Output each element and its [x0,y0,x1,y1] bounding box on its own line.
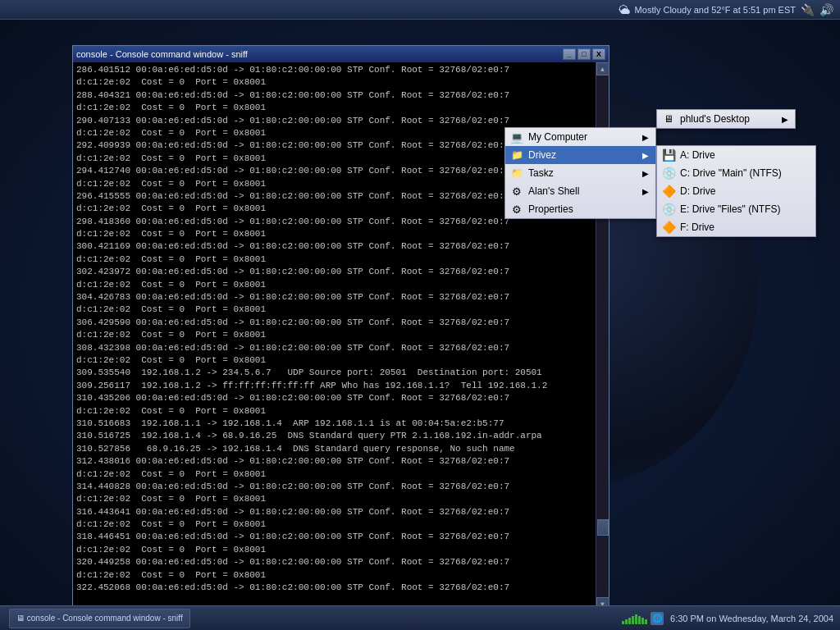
menu-item-d-drive[interactable]: 🔶 D: Drive [657,182,815,200]
d-drive-icon: 🔶 [662,185,675,198]
menu-item-a-drive[interactable]: 💾 A: Drive [657,146,815,164]
e-drive-label: E: Drive "Files" (NTFS) [680,203,781,215]
properties-icon: ⚙ [510,203,523,216]
c-drive-label: C: Drive "Main" (NTFS) [680,167,782,179]
vol-bar-6 [638,616,641,624]
menu-item-drivez[interactable]: 📁 Drivez ▶ [505,146,655,164]
f-drive-label: F: Drive [680,221,714,233]
minimize-button[interactable]: _ [563,48,576,60]
vol-bar-7 [641,618,644,624]
menu-item-alans-shell[interactable]: ⚙ Alan's Shell ▶ [505,182,655,200]
console-window-controls: _ □ X [563,48,605,60]
taskz-arrow: ▶ [642,169,649,178]
menu-item-taskz[interactable]: 📁 Taskz ▶ [505,164,655,182]
topbar-icon-2: 🔊 [819,3,833,16]
taskz-label: Taskz [528,167,554,179]
close-button[interactable]: X [592,48,605,60]
shell-icon: ⚙ [510,185,523,198]
drivez-icon: 📁 [510,148,523,162]
a-drive-icon: 💾 [662,148,675,162]
menu-item-my-computer[interactable]: 💻 My Computer ▶ [505,128,655,146]
weather-icon: 🌥 [619,3,630,16]
topbar-icon-1: 🔌 [801,3,815,16]
alans-shell-label: Alan's Shell [528,185,579,197]
console-titlebar: console - Console command window - sniff… [73,46,609,62]
vol-bar-5 [635,614,637,624]
taskbar-window-button[interactable]: 🖥 console - Console command window - sni… [9,609,190,628]
taskbar-window-label: 🖥 console - Console command window - sni… [16,614,183,623]
properties-label: Properties [528,203,573,215]
volume-bars [622,613,647,624]
console-title: console - Console command window - sniff [76,49,248,59]
weather-display: 🌥 Mostly Cloudy and 52°F at 5:51 pm EST … [619,3,833,16]
taskbar-left: 🖥 console - Console command window - sni… [0,609,190,628]
vol-bar-8 [645,619,647,624]
my-computer-label: My Computer [528,131,587,143]
menu-item-c-drive[interactable]: 💿 C: Drive "Main" (NTFS) [657,164,815,182]
menu-item-e-drive[interactable]: 💿 E: Drive "Files" (NTFS) [657,200,815,218]
topbar: 🌥 Mostly Cloudy and 52°F at 5:51 pm EST … [0,0,840,20]
computer-icon: 💻 [510,130,523,144]
menu-item-phlud-desktop[interactable]: 🖥 phlud's Desktop ▶ [657,110,795,128]
vol-bar-2 [625,619,628,624]
arrow-icon: ▶ [782,115,788,124]
my-computer-arrow: ▶ [642,133,649,142]
alans-shell-arrow: ▶ [642,187,649,196]
d-drive-label: D: Drive [680,185,715,197]
desktop-submenu: 🖥 phlud's Desktop ▶ [656,109,796,129]
scroll-up-arrow[interactable]: ▲ [596,62,609,75]
menu-item-properties[interactable]: ⚙ Properties [505,200,655,218]
system-tray: 🌐 [622,612,664,625]
taskbar-clock: 6:30 PM on Wednesday, March 24, 2004 [670,614,833,623]
weather-text: Mostly Cloudy and 52°F at 5:51 pm EST [635,5,796,15]
network-tray-icon[interactable]: 🌐 [651,612,664,625]
drives-submenu: 💾 A: Drive 💿 C: Drive "Main" (NTFS) 🔶 D:… [656,145,816,237]
menu-item-f-drive[interactable]: 🔶 F: Drive [657,218,815,236]
vol-bar-3 [628,618,631,624]
taskbar-right: 🌐 6:30 PM on Wednesday, March 24, 2004 [622,612,840,625]
main-context-menu: 💻 My Computer ▶ 📁 Drivez ▶ 📁 Taskz ▶ ⚙ A… [504,127,656,219]
taskz-icon: 📁 [510,167,523,180]
vol-bar-4 [632,616,634,624]
maximize-button[interactable]: □ [578,48,591,60]
vol-bar-1 [622,621,624,624]
desktop-icon: 🖥 [662,112,675,126]
f-drive-icon: 🔶 [662,221,675,234]
desktop: 🌥 Mostly Cloudy and 52°F at 5:51 pm EST … [0,0,840,630]
drivez-arrow: ▶ [642,151,649,160]
c-drive-icon: 💿 [662,167,675,180]
scroll-thumb[interactable] [597,519,609,536]
a-drive-label: A: Drive [680,149,715,161]
taskbar: 🖥 console - Console command window - sni… [0,605,840,630]
drivez-label: Drivez [528,149,556,161]
phlud-desktop-label: phlud's Desktop [680,113,750,125]
e-drive-icon: 💿 [662,203,675,216]
